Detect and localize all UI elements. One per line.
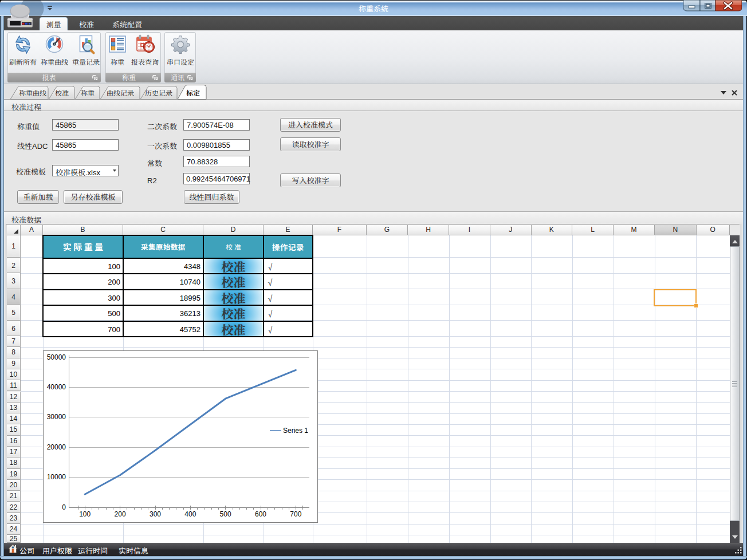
svg-text:400: 400	[184, 510, 196, 518]
svg-text:300: 300	[150, 510, 161, 518]
svg-text:0: 0	[62, 503, 66, 511]
svg-text:10000: 10000	[47, 473, 66, 481]
svg-text:20000: 20000	[47, 443, 66, 451]
svg-text:100: 100	[79, 510, 91, 518]
svg-text:40000: 40000	[47, 383, 66, 391]
svg-text:30000: 30000	[47, 413, 66, 421]
svg-text:600: 600	[255, 510, 266, 518]
svg-text:500: 500	[220, 510, 231, 518]
svg-text:700: 700	[290, 510, 301, 518]
svg-text:50000: 50000	[47, 353, 66, 361]
svg-text:Series 1: Series 1	[283, 427, 308, 435]
svg-text:200: 200	[115, 510, 126, 518]
